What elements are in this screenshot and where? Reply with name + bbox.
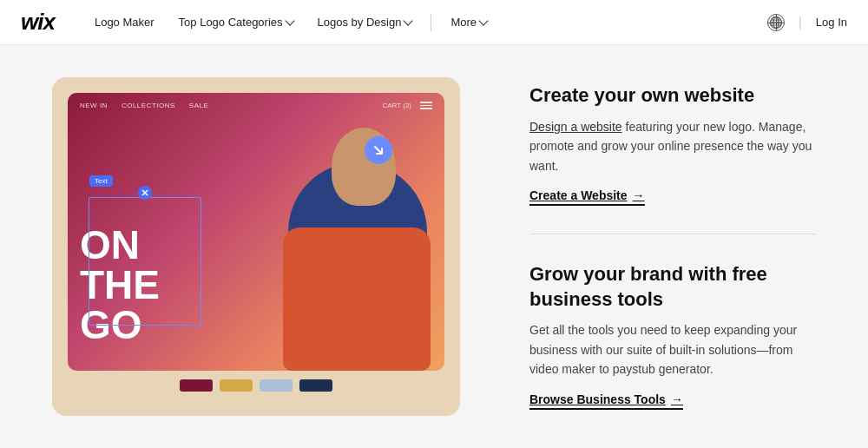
section-1-title: Create your own website: [529, 83, 816, 109]
nav-item-logos-by-design[interactable]: Logos by Design: [306, 16, 424, 29]
section-divider: [529, 234, 816, 234]
svg-point-0: [770, 16, 781, 28]
mockup-nav-sale: SALE: [189, 102, 208, 109]
globe-icon[interactable]: [767, 14, 785, 31]
nav-right: | Log In: [767, 14, 847, 31]
svg-point-1: [773, 16, 779, 28]
person-jacket: [283, 227, 431, 371]
nav-separator: |: [799, 15, 802, 30]
mockup-nav: NEW IN COLLECTIONS SALE CART (2): [68, 93, 444, 118]
section-2-body: Get all the tools you need to keep expan…: [529, 320, 816, 379]
selection-handle: [138, 186, 152, 200]
login-button[interactable]: Log In: [816, 16, 847, 29]
selection-box: Text: [89, 197, 201, 326]
mockup-wrapper: NEW IN COLLECTIONS SALE CART (2) Text: [52, 77, 460, 416]
mockup-screen: NEW IN COLLECTIONS SALE CART (2) Text: [68, 93, 444, 371]
mockup-nav-new-in: NEW IN: [80, 102, 108, 109]
nav-links: Logo Maker Top Logo Categories Logos by …: [82, 14, 767, 31]
design-website-link[interactable]: Design a website: [529, 120, 622, 134]
mockup-cart: CART (2): [383, 102, 412, 109]
swatch-2: [220, 379, 253, 392]
create-website-cta[interactable]: Create a Website →: [529, 188, 645, 206]
section-2-title: Grow your brand with free business tools: [529, 262, 816, 312]
swatch-1: [180, 379, 213, 392]
browse-business-tools-cta[interactable]: Browse Business Tools →: [529, 392, 683, 410]
mockup-nav-collections: COLLECTIONS: [122, 102, 175, 109]
swatch-4: [299, 379, 332, 392]
nav-item-logo-maker[interactable]: Logo Maker: [82, 16, 167, 29]
nav-item-more[interactable]: More: [438, 16, 499, 29]
main-content: NEW IN COLLECTIONS SALE CART (2) Text: [0, 45, 868, 448]
section-business-tools: Grow your brand with free business tools…: [529, 262, 816, 409]
text-label-badge: Text: [89, 175, 113, 187]
nav-item-top-logo-categories[interactable]: Top Logo Categories: [167, 16, 306, 29]
wix-logo[interactable]: wix: [21, 9, 55, 36]
chevron-down-icon: [404, 16, 413, 25]
mockup-hamburger-icon: [420, 102, 432, 109]
chevron-down-icon: [285, 16, 294, 25]
section-create-website: Create your own website Design a website…: [529, 83, 816, 206]
chevron-down-icon: [478, 16, 488, 25]
nav-divider: [431, 14, 431, 31]
swatch-3: [260, 379, 293, 392]
mockup-hero-text: Text ON THE GO: [80, 225, 160, 345]
arrow-circle-icon: [365, 136, 392, 164]
color-swatches: [180, 379, 332, 392]
mockup-nav-right: CART (2): [383, 102, 433, 109]
section-1-body: Design a website featuring your new logo…: [529, 117, 816, 175]
right-content: Create your own website Design a website…: [529, 83, 816, 409]
navbar: wix Logo Maker Top Logo Categories Logos…: [0, 0, 868, 45]
